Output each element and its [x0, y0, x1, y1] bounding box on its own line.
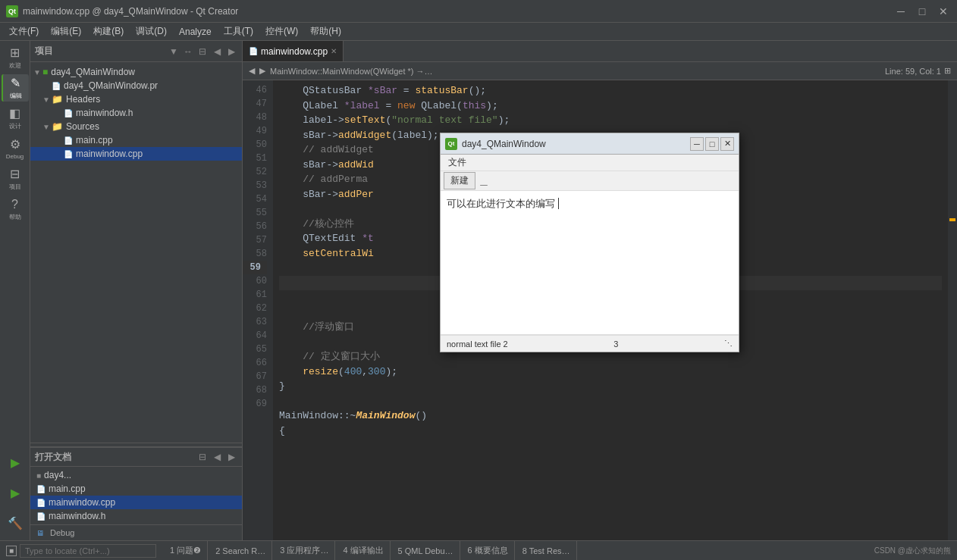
dialog-status-right: 3: [613, 339, 618, 349]
dialog-status-left: normal text file 2: [447, 339, 508, 349]
dialog-cursor-indicator: ＿: [478, 174, 489, 188]
open-docs-action1[interactable]: ⊟: [196, 451, 209, 463]
debug-label: Debug: [50, 528, 74, 537]
editor-toolbar: ◀ ▶ MainWindow::MainWindow(QWidget *) →……: [243, 62, 957, 80]
design-icon: ◧: [9, 106, 20, 120]
window-controls: ─ □ ✕: [893, 4, 951, 19]
toolbar-back[interactable]: ◀: [249, 66, 255, 76]
menu-help[interactable]: 帮助(H): [304, 23, 347, 40]
project-icon: ⊟: [10, 167, 20, 181]
tab-close-btn[interactable]: ✕: [331, 47, 337, 55]
menu-tools[interactable]: 工具(T): [218, 23, 259, 40]
menu-build[interactable]: 构建(B): [87, 23, 130, 40]
open-doc-day4[interactable]: ■ day4...: [30, 468, 242, 482]
sidebar-debug-run[interactable]: ▶: [2, 480, 29, 507]
scroll-indicator: [949, 218, 955, 221]
panel-filter-btn[interactable]: ▼: [168, 45, 180, 58]
build-icon: 🔨: [8, 516, 23, 530]
status-indicator: ■: [6, 546, 17, 556]
open-doc-mainwindow-h[interactable]: 📄 mainwindow.h: [30, 509, 242, 523]
maximize-button[interactable]: □: [915, 4, 930, 19]
toolbar-forward[interactable]: ▶: [259, 66, 265, 76]
watermark: CSDN @虚心求知的熊: [874, 546, 951, 556]
tree-item-sources-label: Sources: [66, 121, 99, 132]
panel-collapse-btn[interactable]: ⊟: [196, 45, 209, 58]
dialog-status-bar: normal text file 2 3 ⋱: [441, 335, 739, 352]
debug-monitor-icon: 🖥: [36, 529, 44, 537]
menu-file[interactable]: 文件(F): [3, 23, 45, 40]
tree-item-headers[interactable]: ▼ 📁 Headers: [30, 92, 242, 106]
project-panel-title: 项目: [35, 45, 53, 58]
tree-item-mainwindow-h[interactable]: 📄 mainwindow.h: [30, 106, 242, 120]
menu-edit[interactable]: 编辑(E): [45, 23, 87, 40]
right-scroll: [948, 80, 957, 540]
dialog-title-text: day4_QMainWindow: [462, 139, 690, 149]
status-test[interactable]: 8 Test Res…: [516, 541, 577, 560]
code-line-66: }: [279, 379, 942, 394]
panel-sync-btn[interactable]: ↔: [182, 45, 194, 58]
expand-icon[interactable]: ⊞: [944, 66, 951, 76]
project-label: 项目: [9, 183, 21, 191]
open-doc-mainwindow-cpp[interactable]: 📄 mainwindow.cpp: [30, 496, 242, 509]
tree-item-mainwindow-h-label: mainwindow.h: [76, 108, 133, 118]
menu-controls[interactable]: 控件(W): [259, 23, 304, 40]
status-compile[interactable]: 4 编译输出: [337, 541, 390, 560]
edit-label: 编辑: [10, 92, 22, 100]
status-search[interactable]: 2 Search R…: [209, 541, 272, 560]
dialog-close-btn[interactable]: ✕: [720, 137, 734, 151]
line-numbers: 4647484950 5152535455 565758 59 60616263…: [243, 80, 273, 540]
menu-analyze[interactable]: Analyze: [173, 23, 218, 40]
tree-item-main-cpp[interactable]: 📄 main.cpp: [30, 133, 242, 147]
tree-item-root[interactable]: ▼ ■ day4_QMainWindow: [30, 65, 242, 79]
close-button[interactable]: ✕: [936, 4, 951, 19]
open-doc-mainwindow-h-label: mainwindow.h: [49, 511, 105, 521]
search-input[interactable]: [20, 544, 156, 558]
status-app[interactable]: 3 应用程序…: [274, 541, 335, 560]
sidebar-design[interactable]: ◧ 设计: [2, 105, 29, 132]
sidebar-welcome[interactable]: ⊞ 欢迎: [2, 44, 29, 71]
help-icon: ?: [11, 198, 18, 211]
help-label: 帮助: [9, 213, 21, 221]
status-problems[interactable]: 1 问题❷: [164, 541, 208, 560]
minimize-button[interactable]: ─: [893, 4, 908, 19]
status-overview[interactable]: 6 概要信息: [462, 541, 515, 560]
open-docs-action2[interactable]: ◀: [211, 451, 223, 463]
tree-item-mainwindow-cpp[interactable]: 📄 mainwindow.cpp: [30, 147, 242, 161]
welcome-icon: ⊞: [10, 45, 20, 60]
sidebar-project[interactable]: ⊟ 项目: [2, 165, 29, 192]
menu-debug[interactable]: 调试(D): [130, 23, 173, 40]
sidebar-build[interactable]: 🔨: [2, 510, 29, 537]
dialog-content[interactable]: 可以在此进行文本的编写: [441, 191, 739, 335]
status-qml[interactable]: 5 QML Debu…: [392, 541, 460, 560]
panel-nav-back[interactable]: ◀: [211, 45, 223, 58]
welcome-label: 欢迎: [9, 61, 21, 70]
tree-item-sources[interactable]: ▼ 📁 Sources: [30, 120, 242, 133]
debug-icon: ⚙: [10, 137, 20, 152]
tree-item-pro[interactable]: 📄 day4_QMainWindow.pr: [30, 79, 242, 92]
code-line-65: resize(400,300);: [279, 364, 942, 380]
editor-breadcrumb: MainWindow::MainWindow(QWidget *) →…: [270, 67, 433, 76]
sidebar-run[interactable]: ▶: [2, 449, 29, 477]
dialog-menu-bar: 文件: [441, 155, 739, 171]
open-doc-main-cpp[interactable]: 📄 main.cpp: [30, 482, 242, 496]
open-docs-header: 打开文档 ⊟ ◀ ▶: [30, 447, 242, 467]
editor-tab-mainwindow-cpp[interactable]: 📄 mainwindow.cpp ✕: [243, 41, 344, 61]
dialog-menu-file[interactable]: 文件: [444, 156, 471, 169]
edit-icon: ✎: [11, 76, 20, 90]
debug-label: Debug: [6, 153, 24, 160]
run-icon: ▶: [11, 455, 20, 470]
window-title: mainwindow.cpp @ day4_QMainWindow - Qt C…: [23, 6, 893, 17]
sidebar-edit[interactable]: ✎ 编辑: [2, 74, 29, 102]
code-line-68: MainWindow::~MainWindow(): [279, 408, 942, 424]
dialog-minimize-btn[interactable]: ─: [690, 137, 704, 151]
code-line-47: QLabel *label = new QLabel(this);: [279, 99, 942, 114]
sidebar-debug[interactable]: ⚙ Debug: [2, 135, 29, 162]
dialog-new-btn[interactable]: 新建: [444, 172, 475, 189]
code-line-69: {: [279, 424, 942, 439]
title-bar: Qt mainwindow.cpp @ day4_QMainWindow - Q…: [0, 0, 957, 23]
open-docs-action3[interactable]: ▶: [225, 451, 237, 463]
panel-nav-forward[interactable]: ▶: [225, 45, 237, 58]
sidebar-help[interactable]: ? 帮助: [2, 196, 29, 223]
open-doc-mainwindow-cpp-label: mainwindow.cpp: [49, 497, 115, 508]
dialog-maximize-btn[interactable]: □: [705, 137, 719, 151]
